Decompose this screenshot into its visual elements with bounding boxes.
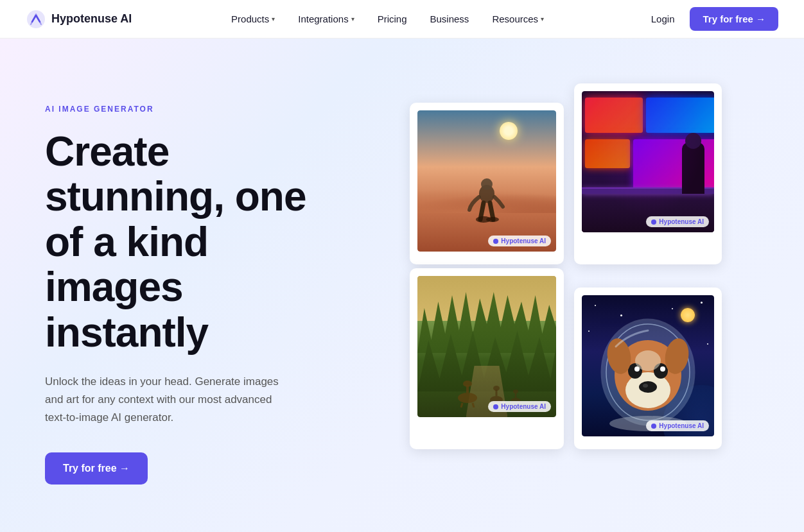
image-space-dog-inner: Hypotenuse AI: [582, 295, 714, 436]
logo-icon: [26, 9, 46, 30]
neon-screen-1: [585, 98, 643, 133]
nav-integrations[interactable]: Integrations ▾: [288, 8, 364, 30]
image-bar-inner: Hypotenuse AI: [582, 91, 714, 232]
nav-actions: Login Try for free →: [643, 7, 778, 31]
svg-point-12: [493, 386, 500, 391]
integrations-chevron-icon: ▾: [351, 15, 354, 22]
image-card-space-dog: Hypotenuse AI: [574, 287, 722, 449]
watermark-dot-icon: [493, 239, 498, 244]
image-desert-inner: Hypotenuse AI: [417, 110, 556, 252]
neon-screen-2: [646, 98, 714, 133]
desert-scene: [417, 110, 556, 252]
image-forest-inner: Hypotenuse AI: [417, 276, 556, 417]
hero-cta-button[interactable]: Try for free →: [45, 452, 148, 485]
space-dog-scene: [582, 295, 714, 436]
watermark-dot-forest-icon: [493, 404, 498, 409]
desert-figure-icon: [464, 175, 509, 226]
desert-moon: [500, 122, 518, 140]
svg-point-23: [643, 384, 648, 388]
bar-scene: [582, 91, 714, 232]
svg-point-17: [513, 390, 518, 393]
star-6: [707, 343, 708, 345]
svg-point-7: [463, 381, 472, 387]
hero-content: AI IMAGE GENERATOR Create stunning, one …: [45, 77, 353, 485]
svg-point-4: [486, 217, 499, 222]
svg-point-27: [660, 366, 665, 372]
logo-link[interactable]: Hypotenuse AI: [26, 9, 132, 30]
svg-point-5: [458, 393, 477, 403]
nav-resources[interactable]: Resources ▾: [482, 8, 554, 30]
hero-section: AI IMAGE GENERATOR Create stunning, one …: [0, 39, 804, 532]
desert-watermark: Hypotenuse AI: [488, 236, 551, 246]
nav-products[interactable]: Products ▾: [221, 8, 285, 30]
bar-watermark: Hypotenuse AI: [646, 216, 709, 227]
star-4: [588, 330, 590, 332]
products-chevron-icon: ▾: [272, 15, 275, 22]
forest-scene: [417, 276, 556, 417]
star-1: [595, 305, 596, 306]
neon-screen-3: [585, 139, 630, 168]
image-grid: Hypotenuse AI: [410, 83, 722, 449]
hero-subtitle: Unlock the ideas in your head. Generate …: [45, 373, 289, 427]
svg-point-0: [27, 10, 45, 28]
svg-point-22: [639, 381, 657, 393]
login-button[interactable]: Login: [643, 8, 683, 30]
nav-links: Products ▾ Integrations ▾ Pricing Busine…: [221, 8, 554, 30]
watermark-dot-space-icon: [651, 424, 656, 429]
space-dog-watermark: Hypotenuse AI: [646, 420, 709, 431]
hero-title: Create stunning, one of a kind images in…: [45, 129, 353, 355]
resources-chevron-icon: ▾: [541, 15, 544, 22]
watermark-dot-bar-icon: [651, 219, 656, 225]
image-card-bar: Hypotenuse AI: [574, 83, 722, 264]
navbar: Hypotenuse AI Products ▾ Integrations ▾ …: [0, 0, 804, 39]
hero-badge: AI IMAGE GENERATOR: [45, 105, 154, 114]
nav-try-button[interactable]: Try for free →: [690, 7, 778, 31]
star-3: [672, 308, 673, 309]
svg-point-2: [481, 178, 493, 190]
svg-line-9: [473, 403, 474, 408]
hero-images: Hypotenuse AI: [353, 77, 765, 449]
star-5: [701, 302, 703, 304]
bar-person-silhouette: [682, 142, 704, 194]
forest-watermark: Hypotenuse AI: [488, 401, 551, 412]
svg-point-30: [635, 350, 661, 371]
image-card-desert: Hypotenuse AI: [410, 103, 564, 264]
nav-business[interactable]: Business: [420, 8, 480, 30]
bar-person-head: [685, 133, 701, 149]
svg-line-8: [461, 403, 462, 408]
image-card-forest: Hypotenuse AI: [410, 268, 564, 449]
nav-pricing[interactable]: Pricing: [367, 8, 417, 30]
corgi-head-icon: [597, 314, 699, 433]
logo-text: Hypotenuse AI: [51, 12, 132, 26]
